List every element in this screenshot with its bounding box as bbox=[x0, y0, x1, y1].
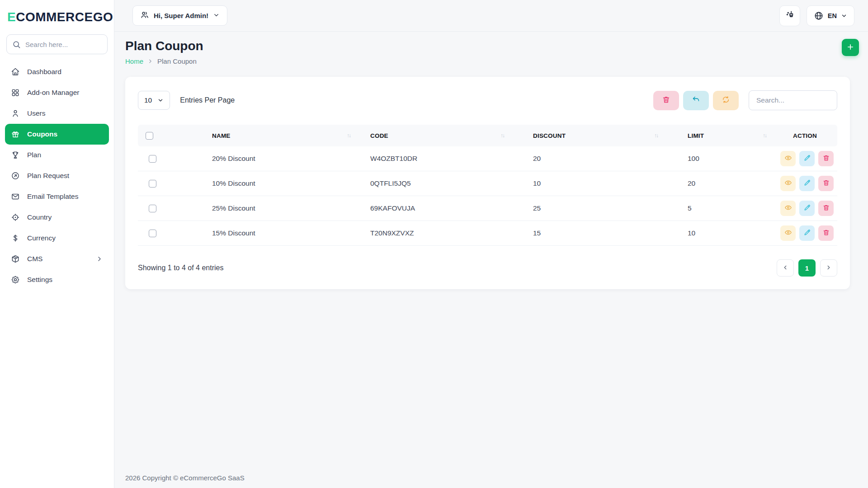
sidebar-item-dashboard[interactable]: Dashboard bbox=[5, 61, 109, 82]
page-number-button[interactable]: 1 bbox=[798, 259, 816, 277]
language-selector[interactable]: EN bbox=[807, 5, 854, 26]
view-button[interactable] bbox=[780, 176, 796, 191]
sidebar-item-country[interactable]: Country bbox=[5, 207, 109, 228]
sidebar-item-label: Country bbox=[27, 213, 52, 221]
coupon-name: 10% Discount bbox=[167, 179, 357, 188]
chevron-right-icon bbox=[826, 264, 832, 272]
table-controls: 10 Entries Per Page bbox=[138, 90, 837, 110]
view-button[interactable] bbox=[780, 201, 796, 216]
delete-button[interactable] bbox=[818, 225, 834, 241]
table-header-row: NAME↑↓ CODE↑↓ DISCOUNT↑↓ LIMIT↑↓ ACTION bbox=[138, 125, 837, 146]
row-checkbox[interactable] bbox=[149, 180, 156, 188]
trophy-icon bbox=[11, 150, 20, 160]
main-area: Hi, Super Admin! EN Plan Coupon Home Pla… bbox=[114, 0, 868, 488]
table-search-input[interactable] bbox=[749, 90, 837, 110]
sort-icon[interactable]: ↑↓ bbox=[347, 132, 350, 139]
bulk-actions bbox=[653, 90, 837, 110]
brand-logo[interactable]: ECOMMERCEGO bbox=[0, 0, 114, 31]
row-checkbox[interactable] bbox=[149, 205, 156, 212]
breadcrumb-current: Plan Coupon bbox=[157, 57, 197, 65]
sort-icon[interactable]: ↑↓ bbox=[763, 132, 766, 139]
sidebar-item-email-templates[interactable]: Email Templates bbox=[5, 186, 109, 207]
edit-button[interactable] bbox=[799, 201, 815, 216]
view-button[interactable] bbox=[780, 225, 796, 241]
pagination: 1 bbox=[777, 259, 837, 277]
view-button[interactable] bbox=[780, 151, 796, 166]
column-header-limit[interactable]: LIMIT bbox=[688, 132, 704, 139]
sidebar-item-label: Settings bbox=[27, 276, 52, 284]
coupon-discount: 10 bbox=[510, 179, 664, 188]
sidebar-item-addon-manager[interactable]: Add-on Manager bbox=[5, 82, 109, 103]
sidebar-item-label: Dashboard bbox=[27, 68, 61, 76]
dollar-icon bbox=[11, 234, 20, 243]
page-title: Plan Coupon bbox=[125, 39, 857, 53]
coupon-table: NAME↑↓ CODE↑↓ DISCOUNT↑↓ LIMIT↑↓ ACTION … bbox=[138, 125, 837, 246]
coupon-name: 25% Discount bbox=[167, 204, 357, 212]
gear-icon bbox=[11, 275, 20, 284]
users-icon bbox=[140, 10, 149, 21]
column-header-name[interactable]: NAME bbox=[212, 132, 231, 139]
chevron-right-icon bbox=[147, 58, 153, 64]
coupon-table-card: 10 Entries Per Page bbox=[125, 77, 850, 289]
mail-icon bbox=[11, 192, 20, 201]
sidebar-item-plan[interactable]: Plan bbox=[5, 145, 109, 165]
clear-cache-button[interactable] bbox=[779, 5, 800, 26]
bulk-restore-button[interactable] bbox=[683, 91, 709, 110]
sidebar-item-currency[interactable]: Currency bbox=[5, 228, 109, 249]
language-label: EN bbox=[828, 12, 837, 19]
app-window: ECOMMERCEGO Dashboard Add-on Manager Use… bbox=[0, 0, 868, 488]
sidebar-item-label: Users bbox=[27, 109, 45, 117]
breadcrumb: Home Plan Coupon bbox=[125, 57, 857, 65]
gift-icon bbox=[11, 130, 20, 139]
sidebar-item-label: Plan bbox=[27, 151, 41, 159]
row-checkbox[interactable] bbox=[149, 230, 156, 237]
sidebar-item-label: Add-on Manager bbox=[27, 89, 79, 97]
delete-button[interactable] bbox=[818, 176, 834, 191]
coupon-code: W4OZBT10DR bbox=[357, 155, 510, 163]
edit-button[interactable] bbox=[799, 225, 815, 241]
row-checkbox[interactable] bbox=[149, 155, 156, 163]
chevron-down-icon bbox=[213, 12, 220, 20]
sidebar-search-input[interactable] bbox=[25, 41, 102, 48]
table-row: 10% Discount 0QTFLI5JQ5 10 20 bbox=[138, 171, 837, 196]
sidebar-item-settings[interactable]: Settings bbox=[5, 269, 109, 290]
globe-icon bbox=[814, 11, 824, 21]
next-page-button[interactable] bbox=[820, 259, 837, 277]
refresh-button[interactable] bbox=[713, 91, 739, 110]
bulk-delete-button[interactable] bbox=[653, 91, 679, 110]
previous-page-button[interactable] bbox=[777, 259, 794, 277]
copyright-text: 2026 Copyright © eCommerceGo SaaS bbox=[125, 474, 245, 482]
table-row: 20% Discount W4OZBT10DR 20 100 bbox=[138, 146, 837, 171]
breadcrumb-home-link[interactable]: Home bbox=[125, 57, 143, 65]
arrow-up-right-circle-icon bbox=[11, 171, 20, 180]
profile-dropdown-button[interactable]: Hi, Super Admin! bbox=[132, 5, 227, 26]
sidebar-item-plan-request[interactable]: Plan Request bbox=[5, 165, 109, 186]
sidebar-item-cms[interactable]: CMS bbox=[5, 249, 109, 269]
undo-arrow-icon bbox=[692, 95, 700, 105]
sidebar-item-users[interactable]: Users bbox=[5, 103, 109, 124]
sidebar-item-label: CMS bbox=[27, 255, 42, 263]
column-header-discount[interactable]: DISCOUNT bbox=[533, 132, 566, 139]
sort-icon[interactable]: ↑↓ bbox=[500, 132, 504, 139]
eye-icon bbox=[784, 204, 792, 213]
chevron-right-icon bbox=[96, 255, 103, 263]
package-icon bbox=[11, 254, 20, 263]
entries-summary: Showing 1 to 4 of 4 entries bbox=[138, 264, 223, 272]
crosshair-icon bbox=[11, 213, 20, 222]
delete-button[interactable] bbox=[818, 151, 834, 166]
topbar-right: EN bbox=[779, 5, 854, 26]
delete-button[interactable] bbox=[818, 201, 834, 216]
edit-button[interactable] bbox=[799, 151, 815, 166]
coupon-discount: 15 bbox=[510, 229, 664, 237]
pencil-icon bbox=[803, 154, 811, 163]
column-header-code[interactable]: CODE bbox=[370, 132, 388, 139]
select-all-checkbox[interactable] bbox=[146, 132, 153, 140]
sort-icon[interactable]: ↑↓ bbox=[654, 132, 658, 139]
sidebar-item-coupons[interactable]: Coupons bbox=[5, 124, 109, 145]
coupon-code: 0QTFLI5JQ5 bbox=[357, 179, 510, 188]
brand-logo-accent: E bbox=[7, 10, 16, 24]
entries-per-page-select[interactable]: 10 bbox=[138, 91, 170, 110]
edit-button[interactable] bbox=[799, 176, 815, 191]
trash-icon bbox=[822, 229, 830, 238]
add-coupon-button[interactable] bbox=[842, 39, 859, 56]
